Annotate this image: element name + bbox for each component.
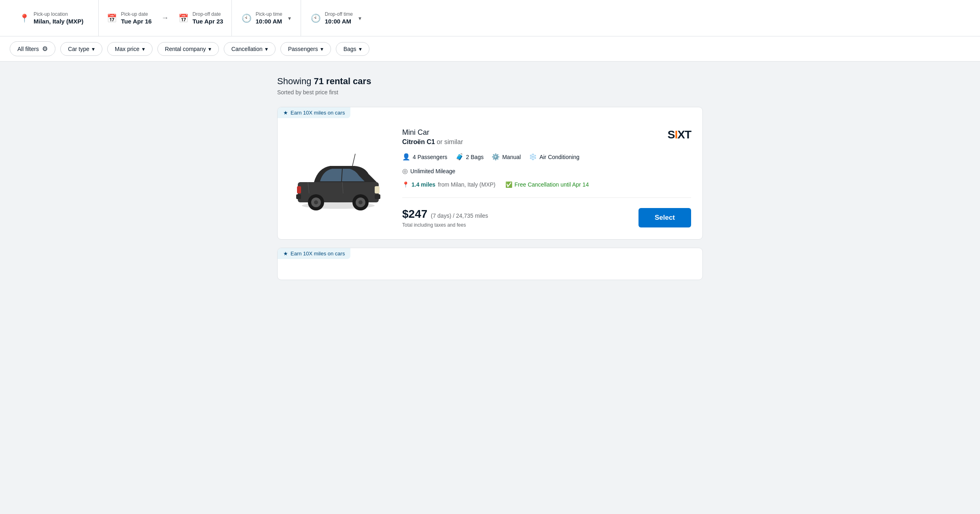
svg-point-9 (314, 200, 318, 204)
check-circle-icon: ✅ (505, 181, 512, 188)
passengers-icon: 👤 (402, 153, 410, 161)
car-type-button[interactable]: Car type ▾ (60, 42, 102, 56)
price-divider (402, 198, 691, 198)
dropoff-time-label: Drop-off time (325, 11, 353, 17)
svg-rect-5 (375, 194, 380, 199)
calendar-pickup-icon: 📅 (107, 13, 117, 23)
results-header: Showing 71 rental cars Sorted by best pr… (277, 76, 703, 96)
results-subtitle: Sorted by best price first (277, 89, 703, 96)
mileage-feature: ◎ Unlimited Mileage (402, 167, 691, 175)
dropoff-date-value: Tue Apr 23 (193, 18, 223, 25)
cancellation-item: ✅ Free Cancellation until Apr 14 (505, 181, 589, 188)
price-main: $247 (402, 208, 427, 220)
mileage-text: Unlimited Mileage (410, 168, 455, 174)
transmission-icon: ⚙️ (492, 153, 500, 161)
vendor-logo: SIXT (668, 128, 691, 141)
pickup-date-field[interactable]: 📅 Pick-up date Tue Apr 16 (99, 0, 160, 36)
car-image-section (286, 119, 391, 228)
rental-company-button[interactable]: Rental company ▾ (157, 42, 219, 56)
pickup-time-field[interactable]: 🕙 Pick-up time 10:00 AM ▾ (232, 0, 301, 36)
car-model-suffix: or similar (437, 138, 463, 145)
distance-text: 1.4 miles (412, 181, 435, 188)
rental-company-label: Rental company (165, 46, 206, 52)
pickup-location-label: Pick-up location (34, 11, 83, 17)
card-body-1: Mini Car Citroën C1 or similar SIXT 👤 4 … (278, 107, 702, 239)
search-bar: 📍 Pick-up location Milan, Italy (MXP) 📅 … (0, 0, 980, 36)
clock-pickup-icon: 🕙 (242, 13, 252, 23)
sliders-icon: ⚙ (42, 45, 48, 53)
bags-icon: 🧳 (456, 153, 464, 161)
cancellation-text: Free Cancellation until Apr 14 (515, 181, 589, 188)
car-type-label: Mini Car (402, 128, 463, 137)
pricing-row: $247 (7 days) / 24,735 miles Total inclu… (402, 208, 691, 228)
dropoff-time-field[interactable]: 🕙 Drop-off time 10:00 AM ▾ (301, 0, 371, 36)
cancellation-label: Cancellation (231, 46, 263, 52)
price-note: Total including taxes and fees (402, 222, 488, 228)
pickup-time-chevron-icon: ▾ (288, 15, 291, 21)
car-image (290, 146, 387, 210)
pickup-location-field[interactable]: 📍 Pick-up location Milan, Italy (MXP) (10, 0, 99, 36)
cancellation-button[interactable]: Cancellation ▾ (224, 42, 276, 56)
all-filters-button[interactable]: All filters ⚙ (10, 41, 55, 56)
dropoff-date-label: Drop-off date (193, 11, 223, 17)
results-title: Showing 71 rental cars (277, 76, 703, 87)
from-text: from Milan, Italy (MXP) (438, 181, 495, 188)
arrow-icon: → (160, 14, 170, 22)
location-row: 📍 1.4 miles from Milan, Italy (MXP) ✅ Fr… (402, 181, 691, 188)
earn-badge-1: ★ Earn 10X miles on cars (278, 107, 350, 118)
car-type-chevron-icon: ▾ (92, 46, 95, 52)
star-icon-2: ★ (283, 251, 288, 257)
transmission-text: Manual (502, 154, 521, 160)
car-type-label: Car type (68, 46, 89, 52)
svg-point-12 (358, 200, 363, 204)
earn-badge-text-2: Earn 10X miles on cars (291, 251, 345, 257)
bags-button[interactable]: Bags ▾ (336, 42, 369, 56)
bags-feature: 🧳 2 Bags (456, 153, 484, 161)
mileage-icon: ◎ (402, 167, 408, 175)
passengers-label: Passengers (288, 46, 318, 52)
car-details-section: Mini Car Citroën C1 or similar SIXT 👤 4 … (402, 119, 691, 228)
passengers-chevron-icon: ▾ (320, 46, 323, 52)
location-icon: 📍 (19, 13, 30, 23)
location-item: 📍 1.4 miles from Milan, Italy (MXP) (402, 181, 496, 188)
car-model: Citroën C1 or similar (402, 138, 463, 146)
earn-badge-text: Earn 10X miles on cars (291, 110, 345, 116)
transmission-feature: ⚙️ Manual (492, 153, 521, 161)
pickup-date-value: Tue Apr 16 (121, 18, 152, 25)
dropoff-date-field[interactable]: 📅 Drop-off date Tue Apr 23 (170, 0, 231, 36)
car-card-1: ★ Earn 10X miles on cars (277, 107, 703, 240)
max-price-chevron-icon: ▾ (142, 46, 145, 52)
ac-text: Air Conditioning (539, 154, 579, 160)
bags-label: Bags (344, 46, 356, 52)
ac-icon: ❄️ (529, 153, 537, 161)
price-details: (7 days) / 24,735 miles (431, 212, 488, 219)
main-content: Showing 71 rental cars Sorted by best pr… (267, 62, 713, 295)
svg-rect-4 (297, 186, 301, 193)
max-price-label: Max price (115, 46, 140, 52)
rental-company-chevron-icon: ▾ (208, 46, 211, 52)
car-card-2: ★ Earn 10X miles on cars (277, 248, 703, 280)
results-showing-text: Showing (277, 76, 314, 86)
pickup-time-label: Pick-up time (256, 11, 282, 17)
passengers-button[interactable]: Passengers ▾ (280, 42, 331, 56)
car-features: 👤 4 Passengers 🧳 2 Bags ⚙️ Manual ❄️ Air… (402, 153, 691, 161)
filter-bar: All filters ⚙ Car type ▾ Max price ▾ Ren… (0, 36, 980, 62)
results-count: 71 rental cars (314, 76, 371, 86)
clock-dropoff-icon: 🕙 (311, 13, 321, 23)
bags-chevron-icon: ▾ (359, 46, 362, 52)
svg-rect-3 (375, 186, 380, 193)
cancellation-chevron-icon: ▾ (265, 46, 268, 52)
all-filters-label: All filters (17, 46, 39, 52)
pickup-time-value: 10:00 AM (256, 18, 282, 25)
star-icon: ★ (283, 110, 288, 116)
pickup-date-label: Pick-up date (121, 11, 152, 17)
pickup-location-value: Milan, Italy (MXP) (34, 18, 83, 25)
calendar-dropoff-icon: 📅 (178, 13, 189, 23)
select-button-1[interactable]: Select (638, 208, 691, 227)
passengers-text: 4 Passengers (413, 154, 448, 160)
max-price-button[interactable]: Max price ▾ (107, 42, 153, 56)
dropoff-time-value: 10:00 AM (325, 18, 351, 25)
bags-text: 2 Bags (466, 154, 484, 160)
price-line: $247 (7 days) / 24,735 miles (402, 208, 488, 221)
car-header: Mini Car Citroën C1 or similar SIXT (402, 128, 691, 146)
